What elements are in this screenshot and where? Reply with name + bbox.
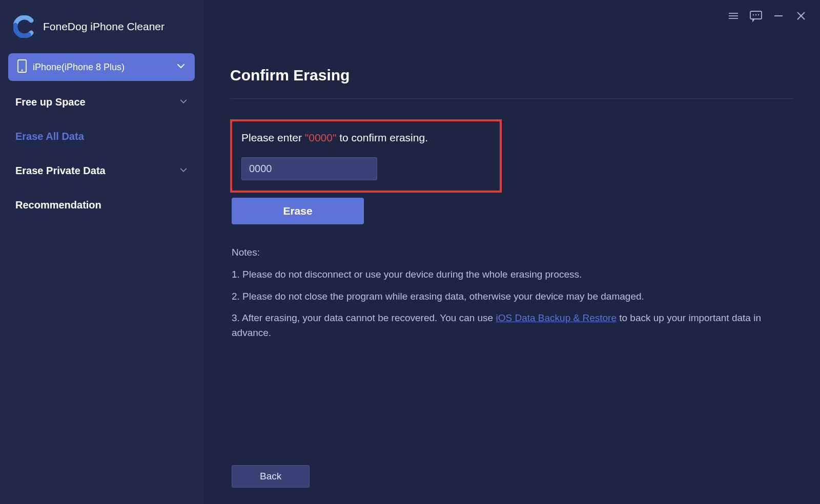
chevron-down-icon bbox=[179, 96, 188, 108]
device-name: iPhone(iPhone 8 Plus) bbox=[33, 62, 125, 73]
svg-point-8 bbox=[758, 14, 759, 15]
minimize-icon[interactable] bbox=[772, 9, 785, 23]
confirm-text: Please enter "0000" to confirm erasing. bbox=[241, 132, 490, 144]
app-container: FoneDog iPhone Cleaner iPhone(iPhone 8 P… bbox=[0, 0, 820, 504]
content: Confirm Erasing Please enter "0000" to c… bbox=[203, 0, 820, 504]
close-icon[interactable] bbox=[794, 9, 808, 23]
app-logo-icon bbox=[13, 15, 36, 38]
back-button[interactable]: Back bbox=[232, 465, 310, 488]
logo-section: FoneDog iPhone Cleaner bbox=[8, 7, 195, 53]
sidebar-item-recommendation[interactable]: Recommendation bbox=[8, 188, 195, 222]
erase-button[interactable]: Erase bbox=[232, 198, 364, 224]
svg-point-6 bbox=[753, 14, 754, 15]
note-item-2: 2. Please do not close the program while… bbox=[232, 289, 793, 304]
sidebar-item-label: Erase All Data bbox=[15, 131, 84, 142]
backup-restore-link[interactable]: iOS Data Backup & Restore bbox=[496, 312, 617, 323]
sidebar-item-erase-private-data[interactable]: Erase Private Data bbox=[8, 154, 195, 188]
chevron-down-icon bbox=[176, 61, 186, 73]
chevron-down-icon bbox=[179, 165, 188, 177]
menu-icon[interactable] bbox=[727, 9, 740, 23]
confirm-prefix: Please enter bbox=[241, 132, 305, 143]
confirm-highlight-box: Please enter "0000" to confirm erasing. bbox=[230, 119, 502, 193]
note-item-3: 3. After erasing, your data cannot be re… bbox=[232, 311, 793, 340]
sidebar-item-label: Recommendation bbox=[15, 199, 101, 211]
note-item-1: 1. Please do not disconnect or use your … bbox=[232, 267, 793, 282]
sidebar-item-free-up-space[interactable]: Free up Space bbox=[8, 85, 195, 119]
app-title: FoneDog iPhone Cleaner bbox=[43, 20, 165, 33]
confirm-suffix: to confirm erasing. bbox=[336, 132, 428, 143]
device-selector-left: iPhone(iPhone 8 Plus) bbox=[17, 59, 125, 75]
note3-prefix: 3. After erasing, your data cannot be re… bbox=[232, 312, 496, 323]
divider bbox=[230, 98, 793, 99]
phone-icon bbox=[17, 59, 27, 75]
chat-icon[interactable] bbox=[749, 9, 763, 23]
confirm-code-input[interactable] bbox=[241, 157, 377, 180]
sidebar: FoneDog iPhone Cleaner iPhone(iPhone 8 P… bbox=[0, 0, 203, 504]
sidebar-item-erase-all-data[interactable]: Erase All Data bbox=[8, 119, 195, 154]
notes-section: Notes: 1. Please do not disconnect or us… bbox=[232, 247, 793, 347]
notes-title: Notes: bbox=[232, 247, 793, 258]
titlebar bbox=[714, 0, 820, 32]
svg-point-1 bbox=[22, 70, 23, 71]
svg-point-7 bbox=[755, 14, 756, 15]
page-title: Confirm Erasing bbox=[230, 67, 793, 84]
device-selector[interactable]: iPhone(iPhone 8 Plus) bbox=[8, 53, 195, 81]
main-area: Confirm Erasing Please enter "0000" to c… bbox=[203, 0, 820, 504]
sidebar-item-label: Free up Space bbox=[15, 96, 86, 108]
sidebar-item-label: Erase Private Data bbox=[15, 165, 106, 177]
confirm-code: "0000" bbox=[305, 132, 337, 143]
